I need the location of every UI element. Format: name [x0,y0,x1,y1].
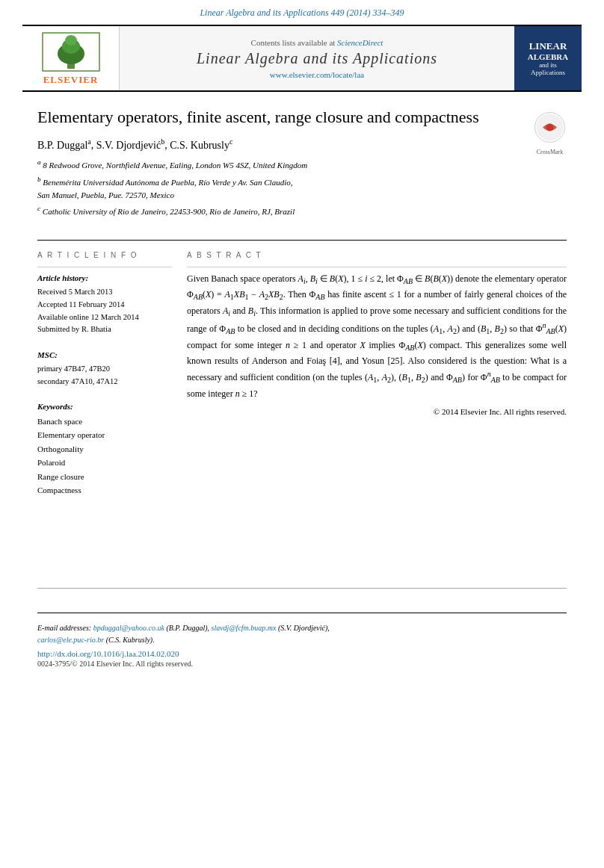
journal-citation: Linear Algebra and its Applications 449 … [0,0,604,25]
svg-point-7 [546,124,554,131]
footer-issn: 0024-3795/© 2014 Elsevier Inc. All right… [37,660,567,668]
author-sup-b: b [161,137,164,146]
accepted-date: Accepted 11 February 2014 [37,299,172,311]
affiliation-c: c Catholic University of Rio de Janeiro,… [37,203,518,218]
author-sup-a: a [87,137,90,146]
crossmark-label: CrossMark [533,149,567,155]
crossmark-icon [533,111,567,144]
affiliation-b: b Benemérita Universidad Autónoma de Pue… [37,174,518,202]
article-history-title: Article history: [37,272,172,285]
msc-secondary: secondary 47A10, 47A12 [37,376,172,388]
keywords-title: Keywords: [37,400,172,413]
keyword-elem-op: Elementary operator [37,429,172,441]
bottom-spacer [0,668,604,698]
email-link-2[interactable]: slavdj@fcfm.buap.mx [212,624,277,632]
article-header: Elementary operators, finite ascent, ran… [37,107,567,226]
footer-divider [37,613,567,613]
abstract-text: Given Banach space operators Ai, Bi ∈ B(… [187,272,567,401]
keyword-banach: Banach space [37,415,172,428]
footer: E-mail addresses: bpduggal@yahoo.co.uk (… [37,588,567,668]
keyword-polaroid: Polaroid [37,456,172,469]
two-column-layout: A R T I C L E I N F O Article history: R… [37,249,567,498]
abstract-label: A B S T R A C T [187,249,567,261]
journal-cover-box: LINEAR ALGEBRA and its Applications [514,26,582,90]
header-center: Contents lists available at ScienceDirec… [120,26,514,90]
copyright-line: © 2014 Elsevier Inc. All rights reserved… [187,406,567,418]
col-divider-1 [37,267,172,267]
abstract-column: A B S T R A C T Given Banach space opera… [187,249,567,498]
msc-title: MSC: [37,349,172,362]
col-divider-2 [187,267,567,267]
sciencedirect-link[interactable]: ScienceDirect [337,38,383,47]
crossmark-badge[interactable]: CrossMark [533,111,567,155]
journal-url[interactable]: www.elsevier.com/locate/laa [270,70,364,79]
keyword-compact: Compactness [37,484,172,497]
footer-email-line: E-mail addresses: bpduggal@yahoo.co.uk (… [37,622,567,646]
available-date: Available online 12 March 2014 [37,311,172,323]
main-content: Elementary operators, finite ascent, ran… [37,92,567,498]
submitted-by: Submitted by R. Bhatia [37,323,172,335]
article-info-column: A R T I C L E I N F O Article history: R… [37,249,172,498]
affiliations: a 8 Redwood Grove, Northfield Avenue, Ea… [37,157,518,218]
affiliation-a: a 8 Redwood Grove, Northfield Avenue, Ea… [37,157,518,172]
tree-icon [41,31,101,72]
email-link-1[interactable]: bpduggal@yahoo.co.uk [93,624,164,632]
author-sup-c: c [229,137,232,146]
article-title-section: Elementary operators, finite ascent, ran… [37,107,518,226]
contents-line: Contents lists available at ScienceDirec… [251,38,383,47]
authors-line: B.P. Duggala, S.V. Djordjevićb, C.S. Kub… [37,137,518,152]
keyword-ortho: Orthogonality [37,443,172,456]
footer-doi[interactable]: http://dx.doi.org/10.1016/j.laa.2014.02.… [37,649,567,658]
header-banner: ELSEVIER Contents lists available at Sci… [22,25,582,92]
received-date: Received 5 March 2013 [37,286,172,298]
keyword-range: Range closure [37,471,172,483]
article-title: Elementary operators, finite ascent, ran… [37,107,518,128]
email-link-3[interactable]: carlos@ele.puc-rio.br [37,636,104,644]
elsevier-logo: ELSEVIER [22,26,120,90]
svg-point-3 [65,35,77,46]
section-divider-top [37,240,567,241]
msc-primary: primary 47B47, 47B20 [37,363,172,375]
elsevier-wordmark: ELSEVIER [43,74,99,86]
journal-title-header: Linear Algebra and its Applications [197,50,437,67]
article-info-label: A R T I C L E I N F O [37,249,172,261]
